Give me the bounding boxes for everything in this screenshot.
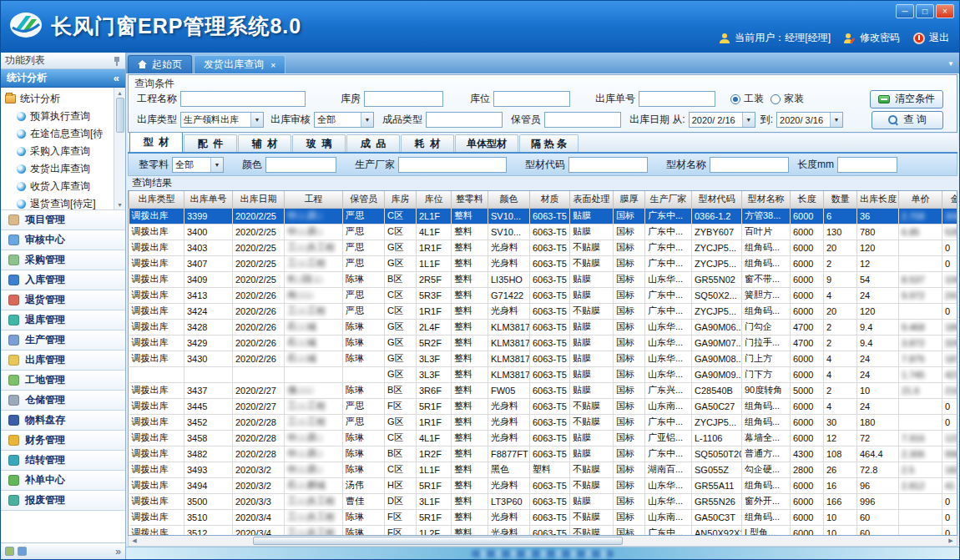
tree-root-statistics[interactable]: 统计分析 (3, 90, 114, 108)
tree-item[interactable]: 采购入库查询 (3, 143, 114, 160)
logout-button[interactable]: 退出 (913, 31, 949, 45)
scrollbar-thumb[interactable] (253, 537, 623, 545)
sidebar-menu-item[interactable]: 财务管理 (1, 431, 125, 451)
warehouse-input[interactable] (364, 91, 443, 107)
table-row[interactable]: 调拨出库34242020/2/26工□□工程严思C区1R1F整料光身料6063-… (129, 303, 958, 319)
column-header[interactable]: 整零料 (452, 191, 488, 208)
column-header[interactable]: 颜色 (488, 191, 530, 208)
tree-item[interactable]: 在途信息查询[待 (3, 125, 114, 143)
tab-close-icon[interactable]: × (270, 60, 275, 70)
column-header[interactable]: 膜厚 (614, 191, 645, 208)
table-row[interactable]: 调拨出库34032020/2/25工□□共工程严思G区1R1F整料光身料6063… (129, 240, 958, 255)
table-row[interactable]: 调拨出库35102020/3/4工□□共工程陈琳F区5R1F整料光身料6063-… (129, 509, 958, 525)
section-header-statistics[interactable]: 统计分析 « (1, 69, 125, 88)
column-header[interactable]: 金... (942, 191, 958, 208)
column-header[interactable]: 工程 (285, 191, 343, 208)
material-tab[interactable]: 成 品 (346, 134, 400, 152)
length-input[interactable] (837, 157, 897, 173)
material-tab[interactable]: 玻 璃 (292, 134, 346, 152)
search-button[interactable]: 查 询 (872, 111, 943, 129)
scroll-left-icon[interactable]: ◀ (129, 537, 140, 544)
column-header[interactable]: 库位 (417, 191, 452, 208)
sidebar-menu-item[interactable]: 入库管理 (1, 270, 125, 290)
maximize-button[interactable]: □ (916, 4, 934, 18)
tab-shipment-outbound-query[interactable]: 发货出库查询 × (194, 55, 285, 73)
sidebar-menu-item[interactable]: 补单中心 (1, 471, 125, 491)
column-header[interactable]: 单价 (899, 191, 942, 208)
manufacturer-input[interactable] (398, 157, 507, 173)
product-type-input[interactable] (426, 112, 503, 128)
material-tab[interactable]: 辅 材 (238, 134, 291, 152)
tree-item[interactable]: 发货出库查询 (3, 160, 114, 178)
column-header[interactable]: 保管员 (343, 191, 385, 208)
tab-start-page[interactable]: 起始页 (128, 55, 192, 73)
column-header[interactable]: 型材名称 (742, 191, 791, 208)
table-row[interactable]: 调拨出库34292020/2/26石□□城陈琳G区5R2F整料KLM381760… (129, 335, 958, 351)
column-header[interactable]: 出库长度 (857, 191, 899, 208)
sidebar-menu-item[interactable]: 生产管理 (1, 330, 125, 351)
order-no-input[interactable] (639, 91, 715, 107)
whole-part-select[interactable]: 全部 ▼ (172, 157, 224, 173)
table-row[interactable]: 调拨出库34452020/2/27工□□工程严思F区5R1F整料光身料6063-… (129, 398, 958, 414)
collapse-icon[interactable]: « (114, 72, 119, 84)
tree-scrollbar[interactable]: ▲ ▼ (114, 88, 125, 209)
scroll-right-icon[interactable]: ▶ (945, 537, 957, 544)
table-row[interactable]: 调拨出库34302020/2/26石□□城陈琳G区3L3F整料KLM381760… (129, 351, 958, 366)
column-header[interactable]: 材质 (530, 191, 570, 208)
sidebar-menu-item[interactable]: 结转管理 (1, 451, 125, 471)
footer-computer-icon[interactable] (18, 547, 27, 556)
table-row[interactable]: 调拨出库34582020/2/28华□□原□陈琳C区4L1F整料光身料6063-… (129, 430, 958, 446)
sidebar-menu-item[interactable]: 退货管理 (1, 290, 125, 310)
material-tab[interactable]: 耗 材 (401, 134, 454, 152)
column-header[interactable]: 表面处理 (570, 191, 614, 208)
table-row[interactable]: 调拨出库34932020/3/2华□□原□陈琳C区1L1F整料黑色塑料不贴膜国标… (129, 462, 958, 477)
sidebar-menu-item[interactable]: 采购管理 (1, 250, 125, 270)
profile-code-input[interactable] (568, 157, 648, 173)
table-row[interactable]: 调拨出库34092020/2/25长□国□□陈琳B区2R5F整料LI35HO60… (129, 271, 958, 287)
table-row[interactable]: 调拨出库35002020/3/3工□□共工程曹佳D区3L1F整料LT3P6060… (129, 493, 958, 509)
change-password-button[interactable]: 修改密码 (844, 31, 900, 45)
scroll-up-icon[interactable]: ▲ (117, 88, 123, 98)
sidebar-menu-item[interactable]: 物料盘存 (1, 411, 125, 431)
column-header[interactable]: 出库日期 (233, 191, 285, 208)
scroll-down-icon[interactable]: ▼ (117, 199, 123, 209)
sidebar-menu-item[interactable]: 审核中心 (1, 230, 125, 250)
table-row[interactable]: 调拨出库34072020/2/25工□□工程严思G区1L1F整料光身料6063-… (129, 255, 958, 271)
sidebar-menu-item[interactable]: 项目管理 (1, 210, 125, 230)
table-row[interactable]: 调拨出库33992020/2/25华□□原□严思C区2L1F整料SV10...6… (129, 208, 958, 224)
table-row[interactable]: G区3L3F整料KLM38176063-T5贴膜国标山东华...GA90M09.… (129, 366, 958, 382)
scrollbar-thumb[interactable] (116, 98, 124, 133)
table-row[interactable]: 调拨出库34942020/3/2石□□辉城汤伟H区5R1F整料光身料6063-T… (129, 477, 958, 493)
table-row[interactable]: 调拨出库34132020/2/26南□□□严思C区5R3F整料G71422606… (129, 287, 958, 303)
table-row[interactable]: 调拨出库34522020/2/28工□□工程严思G区1R1F整料光身料6063-… (129, 414, 958, 430)
horizontal-scrollbar[interactable]: ◀ ▶ (128, 536, 957, 547)
project-name-input[interactable] (180, 91, 306, 107)
expand-icon[interactable]: » (115, 546, 121, 557)
audit-select[interactable]: 全部 ▼ (314, 112, 374, 128)
close-button[interactable]: × (936, 4, 954, 18)
material-tab[interactable]: 隔 热 条 (519, 134, 579, 152)
tree-item[interactable]: 退货查询[待定] (3, 195, 114, 210)
sidebar-menu-item[interactable]: 工地管理 (1, 371, 125, 391)
material-tab[interactable]: 配 件 (184, 134, 237, 152)
pin-icon[interactable] (113, 56, 121, 66)
column-header[interactable]: 数量 (824, 191, 857, 208)
date-from-picker[interactable]: 2020/ 2/16 ▼ (689, 112, 755, 128)
minimize-button[interactable]: ─ (896, 4, 914, 18)
column-header[interactable]: 出库类型 (129, 191, 184, 208)
color-input[interactable] (265, 157, 336, 173)
column-header[interactable]: 生产厂家 (645, 191, 692, 208)
material-tab[interactable]: 型 材 (129, 132, 183, 152)
column-header[interactable]: 库房 (385, 191, 417, 208)
clear-conditions-button[interactable]: 清空条件 (870, 90, 943, 108)
sidebar-menu-item[interactable]: 退库管理 (1, 310, 125, 330)
column-header[interactable]: 型材代码 (692, 191, 742, 208)
column-header[interactable]: 出库单号 (184, 191, 233, 208)
profile-name-input[interactable] (710, 157, 789, 173)
tab-list-dropdown-icon[interactable]: ▼ (947, 60, 954, 68)
table-row[interactable]: 调拨出库35122020/3/4工□□共工程陈琳F区1L2F整料光身料6063-… (129, 525, 958, 536)
sidebar-menu-item[interactable]: 仓储管理 (1, 391, 125, 411)
date-to-picker[interactable]: 2020/ 3/16 ▼ (776, 112, 843, 128)
work-type-radio[interactable]: 工装 (730, 92, 764, 106)
sidebar-menu-item[interactable]: 出库管理 (1, 351, 125, 371)
